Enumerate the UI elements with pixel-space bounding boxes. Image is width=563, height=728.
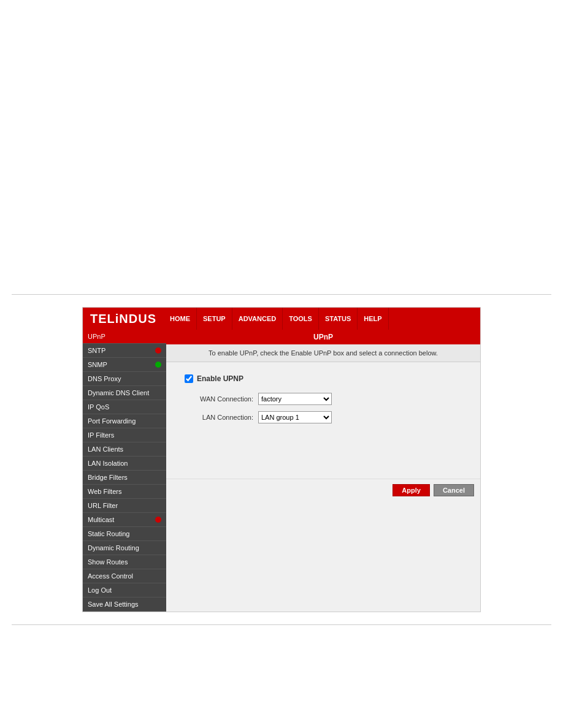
sidebar-item-port-forwarding[interactable]: Port Forwarding [83, 414, 166, 428]
sidebar-item-ip-filters[interactable]: IP Filters [83, 428, 166, 442]
nav-home[interactable]: HOME [164, 308, 197, 330]
top-divider [12, 294, 551, 295]
nav-setup[interactable]: SETUP [197, 308, 232, 330]
sidebar-label-web-filters: Web Filters [88, 488, 121, 495]
sidebar-item-dns-proxy[interactable]: DNS Proxy [83, 372, 166, 386]
sidebar-label-save-all-settings: Save All Settings [88, 601, 139, 608]
sidebar-item-url-filter[interactable]: URL Filter [83, 499, 166, 513]
sidebar-item-upnp[interactable]: UPnP [83, 330, 166, 344]
sidebar-item-static-routing[interactable]: Static Routing [83, 527, 166, 541]
enable-upnp-checkbox[interactable] [185, 374, 193, 383]
sidebar-item-sntp[interactable]: SNTP [83, 344, 166, 358]
sidebar-label-show-routes: Show Routes [88, 558, 128, 566]
sidebar-item-access-control[interactable]: Access Control [83, 569, 166, 583]
content-footer: Apply Cancel [166, 479, 480, 501]
main-content: UPnP SNTP SNMP DNS Proxy Dynamic DNS Cli… [83, 330, 480, 612]
nav-help[interactable]: HELP [358, 308, 388, 330]
sidebar-label-log-out: Log Out [88, 586, 112, 594]
cancel-button[interactable]: Cancel [434, 484, 474, 496]
content-title: UPnP [166, 330, 480, 344]
sidebar-item-ip-qos[interactable]: IP QoS [83, 400, 166, 414]
sidebar-label-ip-qos: IP QoS [88, 403, 109, 411]
sidebar-label-upnp: UPnP [88, 333, 105, 340]
brand-logo: TELiNDUS [85, 309, 161, 328]
apply-button[interactable]: Apply [393, 484, 430, 496]
nav-advanced[interactable]: ADVANCED [232, 308, 283, 330]
sidebar-label-ip-filters: IP Filters [88, 431, 114, 439]
bottom-divider [12, 624, 551, 625]
sidebar-item-multicast[interactable]: Multicast [83, 513, 166, 527]
sidebar-dot-sntp [155, 347, 161, 354]
sidebar-item-log-out[interactable]: Log Out [83, 583, 166, 597]
sidebar-label-dynamic-routing: Dynamic Routing [88, 544, 139, 552]
sidebar-label-dns-proxy: DNS Proxy [88, 375, 121, 382]
page-wrapper: TELiNDUS HOME SETUP ADVANCED TOOLS STATU… [0, 0, 563, 728]
sidebar: UPnP SNTP SNMP DNS Proxy Dynamic DNS Cli… [83, 330, 166, 612]
sidebar-label-bridge-filters: Bridge Filters [88, 474, 128, 481]
sidebar-item-show-routes[interactable]: Show Routes [83, 555, 166, 569]
enable-upnp-row: Enable UPNP [185, 374, 462, 383]
sidebar-dot-upnp [155, 333, 161, 339]
content-panel: UPnP To enable UPnP, check the Enable UP… [166, 330, 480, 612]
lan-connection-select[interactable]: LAN group 1 [258, 411, 332, 423]
sidebar-label-multicast: Multicast [88, 516, 114, 523]
sidebar-item-lan-isolation[interactable]: LAN Isolation [83, 457, 166, 471]
brand-name: TELiNDUS [90, 312, 156, 325]
content-description: To enable UPnP, check the Enable UPnP bo… [166, 344, 480, 362]
sidebar-label-sntp: SNTP [88, 347, 105, 354]
sidebar-label-url-filter: URL Filter [88, 502, 118, 509]
content-body: Enable UPNP WAN Connection: factory LAN … [166, 362, 480, 442]
lan-connection-label: LAN Connection: [185, 414, 258, 421]
sidebar-label-access-control: Access Control [88, 572, 133, 580]
sidebar-item-snmp[interactable]: SNMP [83, 358, 166, 372]
sidebar-label-dynamic-dns: Dynamic DNS Client [88, 389, 149, 396]
nav-bar: HOME SETUP ADVANCED TOOLS STATUS HELP [164, 308, 389, 330]
nav-tools[interactable]: TOOLS [283, 308, 319, 330]
sidebar-item-dynamic-dns[interactable]: Dynamic DNS Client [83, 386, 166, 400]
wan-connection-row: WAN Connection: factory [185, 393, 462, 405]
wan-connection-label: WAN Connection: [185, 395, 258, 403]
top-nav: TELiNDUS HOME SETUP ADVANCED TOOLS STATU… [83, 308, 480, 330]
sidebar-label-snmp: SNMP [88, 361, 107, 368]
sidebar-item-bridge-filters[interactable]: Bridge Filters [83, 471, 166, 485]
sidebar-item-save-all-settings[interactable]: Save All Settings [83, 597, 166, 612]
nav-status[interactable]: STATUS [319, 308, 358, 330]
sidebar-item-lan-clients[interactable]: LAN Clients [83, 442, 166, 457]
sidebar-label-lan-clients: LAN Clients [88, 446, 123, 453]
sidebar-item-web-filters[interactable]: Web Filters [83, 485, 166, 499]
lan-connection-row: LAN Connection: LAN group 1 [185, 411, 462, 423]
sidebar-label-port-forwarding: Port Forwarding [88, 417, 136, 425]
sidebar-dot-multicast [155, 517, 161, 523]
sidebar-dot-snmp [155, 362, 161, 368]
enable-upnp-label: Enable UPNP [197, 374, 243, 383]
sidebar-item-dynamic-routing[interactable]: Dynamic Routing [83, 541, 166, 555]
router-ui: TELiNDUS HOME SETUP ADVANCED TOOLS STATU… [82, 307, 481, 612]
sidebar-label-lan-isolation: LAN Isolation [88, 460, 128, 467]
wan-connection-select[interactable]: factory [258, 393, 332, 405]
sidebar-label-static-routing: Static Routing [88, 530, 129, 537]
